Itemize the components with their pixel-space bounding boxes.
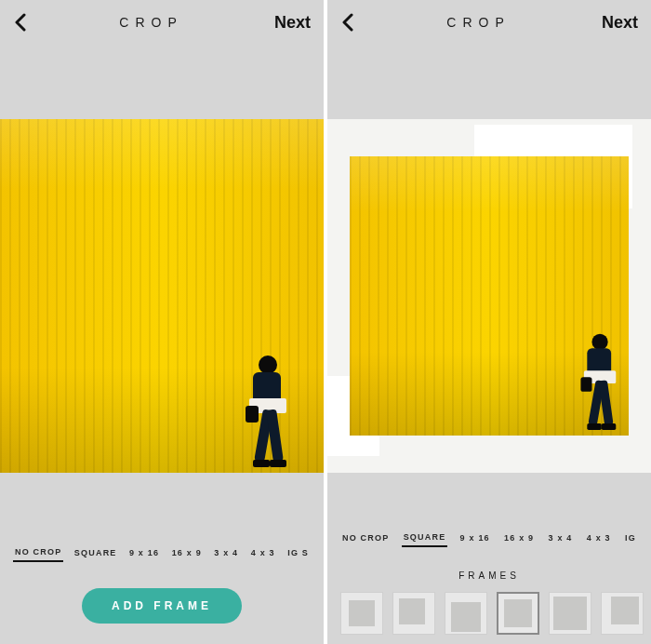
- aspect-ratio-row: NO CROP SQUARE 9 x 16 16 x 9 3 x 4 4 x 3…: [327, 529, 651, 547]
- next-button[interactable]: Next: [602, 13, 638, 33]
- ratio-9x16[interactable]: 9 x 16: [458, 530, 492, 546]
- ratio-3x4[interactable]: 3 x 4: [212, 544, 240, 561]
- screen-crop-right: CROP Next NO CROP SQUARE 9 x 16 16 x 9 3…: [327, 0, 651, 644]
- ratio-no-crop[interactable]: NO CROP: [340, 530, 391, 546]
- next-button[interactable]: Next: [274, 13, 311, 33]
- ratio-square[interactable]: SQUARE: [402, 529, 448, 547]
- aspect-ratio-row: NO CROP SQUARE 9 x 16 16 x 9 3 x 4 4 x 3…: [0, 543, 324, 562]
- frame-thumb-5[interactable]: [549, 592, 591, 635]
- crop-preview[interactable]: [0, 119, 324, 473]
- screen-crop-left: CROP Next NO CROP SQUARE 9 x 16 16 x 9 3…: [0, 0, 324, 644]
- photo: [0, 119, 324, 473]
- frames-section-label: FRAMES: [327, 570, 651, 581]
- frame-thumb-6[interactable]: [601, 592, 644, 635]
- frame-thumb-2[interactable]: [392, 592, 435, 635]
- person-figure: [249, 356, 288, 467]
- ratio-4x3[interactable]: 4 x 3: [585, 530, 613, 546]
- ratio-9x16[interactable]: 9 x 16: [127, 544, 161, 561]
- person-figure: [584, 334, 618, 430]
- ratio-ig[interactable]: IG: [623, 530, 638, 546]
- ratio-16x9[interactable]: 16 x 9: [170, 544, 204, 561]
- ratio-no-crop[interactable]: NO CROP: [13, 543, 63, 562]
- frame-preview[interactable]: [327, 119, 651, 473]
- back-icon[interactable]: [13, 13, 28, 32]
- ratio-4x3[interactable]: 4 x 3: [249, 544, 277, 561]
- photo: [350, 156, 629, 436]
- page-title: CROP: [119, 15, 182, 30]
- ratio-16x9[interactable]: 16 x 9: [502, 530, 536, 546]
- ratio-square[interactable]: SQUARE: [73, 544, 119, 561]
- topbar: CROP Next: [327, 0, 651, 45]
- frame-thumb-4[interactable]: [497, 592, 539, 635]
- ratio-3x4[interactable]: 3 x 4: [547, 530, 575, 546]
- frame-thumb-3[interactable]: [445, 592, 487, 635]
- topbar: CROP Next: [0, 0, 324, 45]
- add-frame-button[interactable]: ADD FRAME: [82, 588, 242, 624]
- back-icon[interactable]: [340, 13, 355, 32]
- page-title: CROP: [446, 15, 510, 30]
- ratio-ig[interactable]: IG S: [286, 544, 311, 561]
- frames-row: [327, 592, 651, 635]
- frame-thumb-1[interactable]: [340, 592, 383, 635]
